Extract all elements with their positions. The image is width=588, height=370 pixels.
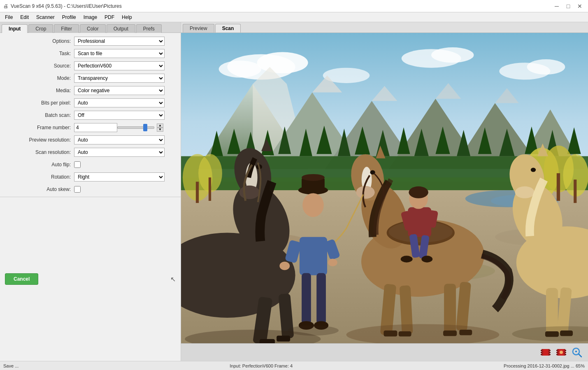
field-row: Batch scan:OffOn: [0, 110, 179, 120]
svg-point-5: [431, 47, 474, 63]
field-control: [74, 161, 179, 168]
svg-rect-138: [565, 354, 566, 355]
field-select[interactable]: Auto3006001200: [74, 148, 165, 157]
cancel-button[interactable]: Cancel: [5, 273, 38, 285]
left-panel: InputCropFilterColorOutputPrefs Options:…: [0, 22, 181, 361]
field-select[interactable]: NoneLeftRight180: [74, 172, 165, 182]
close-button[interactable]: ✕: [575, 2, 585, 10]
preview-image: [181, 33, 588, 343]
svg-point-2: [257, 52, 308, 73]
titlebar-title: VueScan 9 x64 (9.5.63) - C:\Users\IEUser…: [11, 3, 122, 9]
fields-area: Options:ProfessionalBasicAdvancedTask:Sc…: [0, 33, 181, 197]
menu-item-edit[interactable]: Edit: [17, 14, 32, 21]
panel-tab-prefs[interactable]: Prefs: [136, 24, 162, 33]
menu-item-file[interactable]: File: [2, 14, 16, 21]
svg-point-111: [531, 168, 536, 172]
svg-point-3: [219, 61, 261, 77]
svg-rect-135: [556, 354, 558, 355]
field-control: NoneLeftRight180: [74, 172, 179, 182]
panel-tab-input[interactable]: Input: [2, 24, 28, 33]
field-row: Task:Scan to fileScan to emailScan to pr…: [0, 49, 179, 58]
field-label: Media:: [0, 88, 74, 93]
field-row: Preview resolution:Auto75150300: [0, 135, 179, 145]
icon-image-button[interactable]: [555, 346, 567, 358]
svg-rect-126: [541, 354, 542, 355]
field-select[interactable]: Scan to fileScan to emailScan to printer: [74, 49, 165, 58]
panel-tab-color[interactable]: Color: [80, 24, 106, 33]
preview-tab-scan[interactable]: Scan: [215, 24, 241, 33]
field-control: [74, 186, 179, 193]
field-label: Mode:: [0, 75, 74, 81]
bottom-icons-row: [181, 343, 588, 361]
icon-red-image-button[interactable]: [539, 346, 552, 358]
panel-tabs: InputCropFilterColorOutputPrefs: [0, 22, 181, 33]
field-control: Auto81648: [74, 98, 179, 107]
field-select[interactable]: Auto75150300: [74, 135, 165, 144]
field-spinner-input[interactable]: [74, 123, 117, 132]
field-row: Options:ProfessionalBasicAdvanced: [0, 36, 179, 46]
svg-rect-94: [300, 237, 327, 275]
slider-container: ▲▼: [117, 123, 163, 132]
field-control: OffOn: [74, 111, 179, 120]
panel-tab-output[interactable]: Output: [107, 24, 135, 33]
field-control: Scan to fileScan to emailScan to printer: [74, 49, 179, 58]
main-content: InputCropFilterColorOutputPrefs Options:…: [0, 22, 588, 361]
field-label: Options:: [0, 38, 74, 44]
right-panel: PreviewScan: [181, 22, 588, 361]
svg-point-139: [560, 351, 563, 354]
panel-tab-filter[interactable]: Filter: [54, 24, 79, 33]
titlebar-controls: ─ □ ✕: [552, 2, 585, 10]
spinner-up-button[interactable]: ▲: [157, 123, 163, 128]
field-checkbox[interactable]: [74, 186, 81, 193]
field-row: Scan resolution:Auto3006001200: [0, 147, 179, 157]
titlebar-left: 🖨 VueScan 9 x64 (9.5.63) - C:\Users\IEUs…: [3, 3, 122, 9]
svg-point-61: [356, 186, 374, 199]
svg-rect-133: [556, 350, 558, 351]
field-label: Task:: [0, 51, 74, 56]
menu-item-pdf[interactable]: PDF: [101, 14, 118, 21]
svg-point-110: [515, 186, 535, 198]
spinner-down-button[interactable]: ▼: [157, 128, 163, 132]
field-row: Bits per pixel:Auto81648: [0, 98, 179, 108]
slider-track[interactable]: [117, 126, 154, 129]
field-select[interactable]: Color negativeColor positiveB&W negative: [74, 86, 165, 95]
menu-item-image[interactable]: Image: [80, 14, 100, 21]
field-label: Preview resolution:: [0, 137, 74, 143]
field-checkbox[interactable]: [74, 161, 81, 168]
field-select[interactable]: PerfectionV600Flatbed: [74, 61, 165, 70]
svg-point-101: [279, 262, 290, 270]
panel-tab-crop[interactable]: Crop: [28, 24, 53, 33]
menu-item-help[interactable]: Help: [119, 14, 135, 21]
field-label: Rotation:: [0, 174, 74, 180]
svg-point-82: [421, 256, 432, 263]
field-row: Mode:TransparencyFlatbed: [0, 73, 179, 83]
maximize-button[interactable]: □: [563, 2, 573, 10]
status-right: Processing 2016-12-31-0002.jpg ... 65%: [504, 363, 585, 368]
slider-thumb[interactable]: [143, 124, 147, 131]
menu-item-scanner[interactable]: Scanner: [33, 14, 58, 21]
field-select[interactable]: OffOn: [74, 111, 165, 120]
field-label: Bits per pixel:: [0, 100, 74, 106]
status-bar: Save ... Input: PerfectionV600 Frame: 4 …: [0, 361, 588, 370]
svg-point-102: [328, 258, 337, 266]
svg-point-120: [288, 326, 339, 336]
svg-point-7: [527, 59, 565, 74]
svg-line-143: [579, 354, 581, 357]
preview-tabs: PreviewScan: [181, 22, 588, 33]
menu-item-profile[interactable]: Profile: [59, 14, 79, 21]
field-row: Rotation:NoneLeftRight180: [0, 172, 179, 182]
preview-tab-preview[interactable]: Preview: [183, 24, 214, 33]
minimize-button[interactable]: ─: [552, 2, 562, 10]
field-label: Frame number:: [0, 125, 74, 130]
field-label: Source:: [0, 63, 74, 69]
zoom-icon: [572, 347, 582, 358]
field-select[interactable]: TransparencyFlatbed: [74, 74, 165, 83]
field-select[interactable]: ProfessionalBasicAdvanced: [74, 37, 165, 46]
spinner-buttons: ▲▼: [157, 123, 163, 132]
zoom-in-button[interactable]: [571, 346, 583, 358]
svg-rect-134: [556, 352, 558, 353]
field-label: Scan resolution:: [0, 149, 74, 155]
field-select[interactable]: Auto81648: [74, 98, 165, 107]
menubar: FileEditScannerProfileImagePDFHelp: [0, 12, 588, 22]
field-control: Auto3006001200: [74, 148, 179, 157]
